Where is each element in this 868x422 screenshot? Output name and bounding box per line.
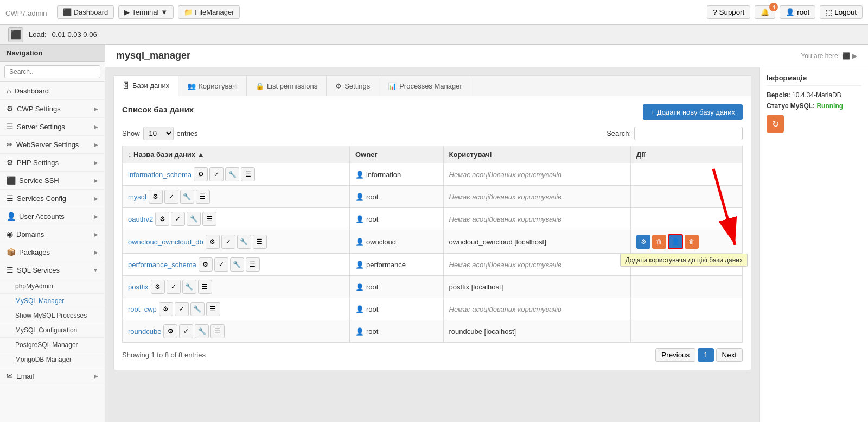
db-name-link[interactable]: roundcube (128, 327, 161, 336)
db-action-repair-btn[interactable]: 🔧 (182, 280, 196, 294)
support-button[interactable]: ? Support (707, 5, 750, 19)
sidebar-item-cwp-settings[interactable]: ⚙ CWP Settings ▶ (0, 100, 105, 118)
tab-list-permissions[interactable]: 🔒 List permissions (247, 76, 327, 96)
sidebar-item-domains[interactable]: ◉ Domains ▶ (0, 225, 105, 243)
tab-processes-manager[interactable]: 📊 Processes Manager (379, 76, 471, 96)
prev-page-button[interactable]: Previous (655, 348, 695, 362)
tab-korystuvachi[interactable]: 👥 Користувачі (178, 76, 247, 96)
tab-bazy-danyh[interactable]: 🗄 Бази даних (114, 76, 178, 96)
tab-label: List permissions (267, 82, 317, 90)
logout-button[interactable]: ⬚ Logout (820, 5, 863, 19)
db-action-repair-btn[interactable]: 🔧 (190, 302, 205, 316)
version-value: 10.4.34-MariaDB (792, 91, 841, 99)
server-icon: ⬛ (8, 27, 23, 42)
database-icon: 🗄 (123, 81, 130, 90)
db-action-repair-btn[interactable]: 🔧 (187, 212, 201, 226)
sidebar-item-mysql-manager[interactable]: MySQL Manager (0, 294, 105, 308)
no-users-label: Немає асоційованих користувачів (449, 193, 561, 201)
sidebar-subitem-label: MySQL Configuration (15, 326, 77, 334)
db-action-settings-btn[interactable]: ⚙ (159, 302, 173, 316)
sidebar-subitem-label: MySQL Manager (15, 297, 64, 305)
db-action-sql-btn[interactable]: ☰ (241, 167, 255, 181)
sidebar-item-server-settings[interactable]: ☰ Server Settings ▶ (0, 118, 105, 136)
table-row: roundcube ⚙ ✓ 🔧 ☰ (123, 320, 743, 343)
db-action-settings-btn[interactable]: ⚙ (194, 167, 208, 181)
sidebar-item-sql-services[interactable]: ☰ SQL Services ▼ (0, 261, 105, 279)
sidebar-item-webserver-settings[interactable]: ✏ WebServer Settings ▶ (0, 136, 105, 154)
chart-icon: 📊 (388, 82, 397, 90)
db-name-link[interactable]: information_schema (128, 171, 192, 179)
db-action-check-btn[interactable]: ✓ (209, 167, 224, 181)
sidebar-item-phpmyadmin[interactable]: phpMyAdmin (0, 279, 105, 294)
filemanager-button[interactable]: 📁 FileManager (178, 5, 240, 19)
table-controls: Show 10 25 50 100 entries (122, 127, 743, 140)
user-icon: 👤 (355, 283, 364, 291)
db-action-check-btn[interactable]: ✓ (214, 257, 228, 272)
sidebar-item-service-ssh[interactable]: ⬛ Service SSH ▶ (0, 172, 105, 190)
db-action-check-btn[interactable]: ✓ (167, 280, 181, 294)
db-add-user-btn[interactable]: 👤 (668, 234, 683, 249)
terminal-button[interactable]: ▶ Terminal ▼ (118, 5, 174, 19)
db-action-settings-btn[interactable]: ⚙ (149, 190, 163, 204)
db-action-check-btn[interactable]: ✓ (175, 302, 189, 316)
db-action-check-btn[interactable]: ✓ (221, 235, 235, 249)
services-icon: ☰ (7, 194, 14, 203)
db-action-sql-btn[interactable]: ☰ (210, 324, 225, 338)
db-delete-btn[interactable]: 🗑 (652, 235, 666, 249)
tab-settings[interactable]: ⚙ Settings (327, 76, 379, 96)
sidebar-item-php-settings[interactable]: ⚙ PHP Settings ▶ (0, 154, 105, 172)
next-page-button[interactable]: Next (716, 348, 743, 362)
db-action-sql-btn[interactable]: ☰ (196, 190, 210, 204)
sidebar-item-user-accounts[interactable]: 👤 User Accounts ▶ (0, 207, 105, 225)
sidebar-item-postgresql-manager[interactable]: PostgreSQL Manager (0, 338, 105, 352)
db-action-repair-btn[interactable]: 🔧 (180, 190, 194, 204)
db-action-sql-btn[interactable]: ☰ (206, 302, 220, 316)
db-action-settings-btn[interactable]: ⚙ (151, 280, 165, 294)
owner-value: performance (366, 261, 406, 269)
db-action-check-btn[interactable]: ✓ (171, 212, 185, 226)
db-manage-users-btn[interactable]: ⚙ (636, 235, 650, 249)
col-db-name[interactable]: ↕ Назва бази даних ▲ (123, 146, 350, 163)
db-name-link[interactable]: root_cwp (128, 305, 157, 313)
db-action-check-btn[interactable]: ✓ (179, 324, 193, 338)
db-action-repair-btn[interactable]: 🔧 (230, 257, 244, 272)
db-action-settings-btn[interactable]: ⚙ (199, 257, 213, 272)
db-action-settings-btn[interactable]: ⚙ (163, 324, 177, 338)
notifications-button[interactable]: 🔔 4 (755, 5, 775, 19)
sidebar-item-label: Dashboard (14, 87, 49, 95)
db-action-repair-btn[interactable]: 🔧 (237, 235, 251, 249)
db-action-sql-btn[interactable]: ☰ (202, 212, 216, 226)
refresh-button[interactable]: ↻ (767, 115, 784, 133)
sidebar-item-show-mysql-processes[interactable]: Show MySQL Processes (0, 308, 105, 323)
sidebar-item-mysql-configuration[interactable]: MySQL Configuration (0, 323, 105, 338)
sidebar-item-email[interactable]: ✉ Email ▶ (0, 367, 105, 385)
db-name-link[interactable]: oauthv2 (128, 215, 153, 223)
sidebar-item-label: Email (16, 372, 34, 380)
db-action-sql-btn[interactable]: ☰ (198, 280, 212, 294)
table-row: oauthv2 ⚙ ✓ 🔧 ☰ (123, 208, 743, 230)
db-name-link[interactable]: mysql (128, 193, 146, 201)
page-1-button[interactable]: 1 (698, 348, 713, 362)
db-action-repair-btn[interactable]: 🔧 (195, 324, 209, 338)
search-box (0, 62, 105, 82)
db-action-settings-btn[interactable]: ⚙ (155, 212, 169, 226)
dashboard-button[interactable]: ⬛ Dashboard (57, 5, 114, 19)
db-action-repair-btn[interactable]: 🔧 (225, 167, 239, 181)
sidebar-item-mongodb-manager[interactable]: MongoDB Manager (0, 352, 105, 367)
sidebar-item-services-config[interactable]: ☰ Services Config ▶ (0, 190, 105, 207)
db-name-link[interactable]: postfix (128, 283, 149, 291)
sidebar-item-dashboard[interactable]: ⌂ Dashboard (0, 82, 105, 100)
db-action-sql-btn[interactable]: ☰ (246, 257, 260, 272)
search-input[interactable] (4, 65, 100, 78)
add-database-button[interactable]: + Додати нову базу даних (643, 104, 743, 120)
db-action-extra-btn[interactable]: 🗑 (685, 235, 699, 249)
db-name-link[interactable]: owncloud_owncloud_db (128, 238, 203, 246)
db-action-settings-btn[interactable]: ⚙ (206, 235, 220, 249)
db-name-link[interactable]: performance_schema (128, 261, 196, 269)
db-action-check-btn[interactable]: ✓ (164, 190, 178, 204)
entries-select[interactable]: 10 25 50 100 (143, 127, 174, 140)
db-action-sql-btn[interactable]: ☰ (253, 235, 267, 249)
user-button[interactable]: 👤 root (780, 5, 815, 19)
sidebar-item-packages[interactable]: 📦 Packages ▶ (0, 243, 105, 261)
table-search-input[interactable] (634, 127, 743, 140)
